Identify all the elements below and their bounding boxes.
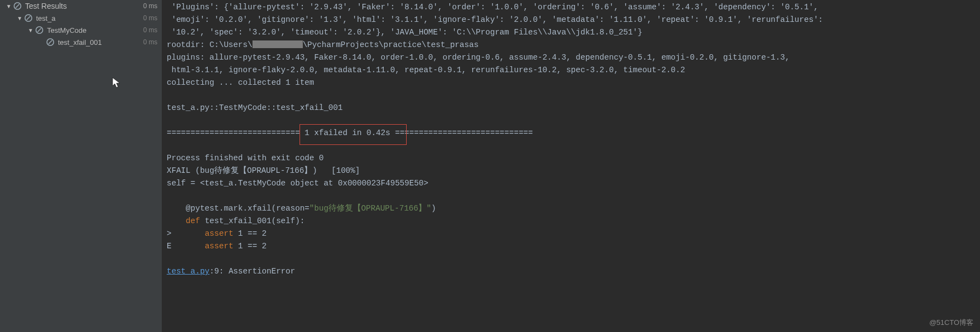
console-line: 'emoji': '0.2.0', 'gitignore': '1.3', 'h… xyxy=(167,15,828,24)
console-line xyxy=(167,217,186,225)
console-line: > xyxy=(167,229,205,238)
redacted-mask xyxy=(253,40,303,48)
tree-item-time: 0 ms xyxy=(143,26,157,34)
console-keyword: assert xyxy=(205,229,238,238)
console-line: ============================= xyxy=(390,129,533,137)
console-line: @pytest.mark.xfail(reason= xyxy=(167,204,309,213)
console-line: :9: AssertionError xyxy=(209,267,295,276)
tree-root-time: 0 ms xyxy=(143,2,157,10)
svg-line-3 xyxy=(27,16,30,20)
console-line: Process finished with exit code 0 xyxy=(167,154,324,162)
svg-line-1 xyxy=(16,4,19,8)
watermark: @51CTO博客 xyxy=(929,318,973,328)
console-line: plugins: allure-pytest-2.9.43, Faker-8.1… xyxy=(167,53,790,62)
console-line: \PycharmProjects\practice\test_prasas xyxy=(303,40,479,49)
tree-item-label: test_xfail_001 xyxy=(58,38,102,46)
console-line: XFAIL (bug待修复【OPRAUPL-7166】) [100%] xyxy=(167,166,360,175)
svg-line-7 xyxy=(49,40,52,44)
tree-item-label: test_a xyxy=(36,14,55,22)
console-line: 1 == 2 xyxy=(238,229,267,238)
console-keyword: assert xyxy=(205,242,238,251)
console-output[interactable]: 'Plugins': {'allure-pytest': '2.9.43', '… xyxy=(162,0,980,332)
tree-item-time: 0 ms xyxy=(143,14,157,22)
console-line: E xyxy=(167,242,205,251)
console-summary-highlight: 1 xfailed in 0.42s xyxy=(304,129,390,137)
console-line: 1 == 2 xyxy=(238,242,267,251)
skip-status-icon xyxy=(13,2,22,10)
skip-status-icon xyxy=(35,26,44,34)
chevron-down-icon: ▼ xyxy=(27,27,34,33)
skip-status-icon xyxy=(46,38,55,46)
tree-item-label: TestMyCode xyxy=(47,26,86,34)
tree-root-label: Test Results xyxy=(25,2,67,10)
console-line: html-3.1.1, ignore-flaky-2.0.0, metadata… xyxy=(167,66,685,74)
console-string: "bug待修复【OPRAUPL-7166】" xyxy=(309,204,431,213)
tree-item-time: 0 ms xyxy=(143,38,157,46)
console-line: '10.2', 'spec': '3.2.0', 'timeout': '2.0… xyxy=(167,28,642,37)
tree-item-test-a[interactable]: ▼ test_a 0 ms xyxy=(0,12,162,24)
console-line: self = <test_a.TestMyCode object at 0x00… xyxy=(167,179,429,188)
console-file-link[interactable]: test_a.py xyxy=(167,267,209,276)
app-root: ▼ Test Results 0 ms ▼ test_a 0 ms ▼ Test… xyxy=(0,0,980,332)
chevron-down-icon: ▼ xyxy=(16,15,23,21)
console-line: ) xyxy=(431,204,436,213)
console-line: collecting ... collected 1 item xyxy=(167,78,314,87)
console-line: 'Plugins': {'allure-pytest': '2.9.43', '… xyxy=(167,3,823,11)
skip-status-icon xyxy=(24,14,33,22)
console-line: test_xfail_001(self): xyxy=(205,217,305,225)
console-line: test_a.py::TestMyCode::test_xfail_001 xyxy=(167,103,348,112)
chevron-down-icon: ▼ xyxy=(5,3,12,9)
tree-root-test-results[interactable]: ▼ Test Results 0 ms xyxy=(0,0,162,12)
test-tree-sidebar: ▼ Test Results 0 ms ▼ test_a 0 ms ▼ Test… xyxy=(0,0,162,332)
svg-line-5 xyxy=(38,28,41,32)
console-line: rootdir: C:\Users\ xyxy=(167,40,253,49)
console-line: ============================ xyxy=(167,129,304,137)
tree-item-test-xfail-001[interactable]: test_xfail_001 0 ms xyxy=(0,36,162,48)
console-keyword: def xyxy=(186,217,205,225)
tree-item-testmycode[interactable]: ▼ TestMyCode 0 ms xyxy=(0,24,162,36)
